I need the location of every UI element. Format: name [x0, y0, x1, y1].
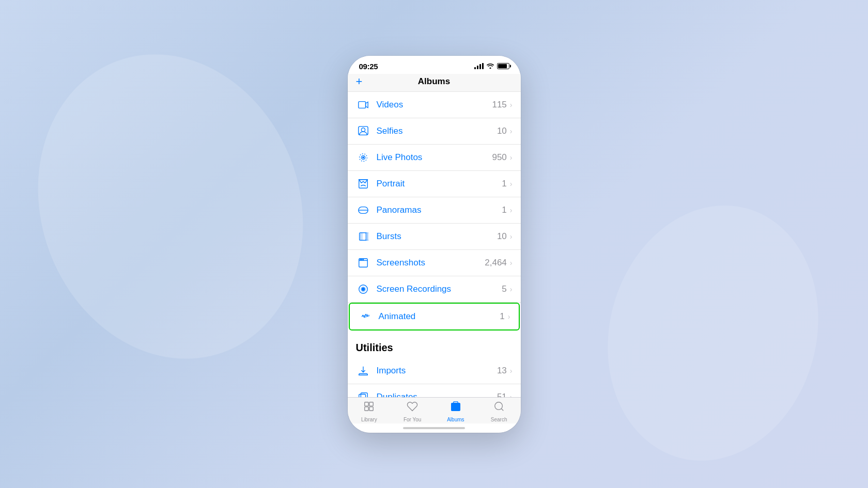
- battery-icon: [497, 63, 509, 69]
- list-item-panoramas[interactable]: Panoramas 1 ›: [348, 197, 521, 224]
- list-item-videos[interactable]: Videos 115 ›: [348, 92, 521, 118]
- portrait-icon: [356, 177, 370, 191]
- tab-for-you[interactable]: For You: [391, 401, 434, 422]
- imports-icon: [356, 364, 370, 378]
- screen-recordings-count: 5: [502, 284, 506, 294]
- bursts-chevron: ›: [510, 232, 513, 241]
- selfie-icon: [356, 124, 370, 138]
- svg-line-28: [501, 408, 503, 411]
- library-tab-icon: [363, 401, 375, 415]
- svg-rect-18: [359, 394, 365, 397]
- svg-point-12: [360, 259, 360, 259]
- panoramas-label: Panoramas: [377, 205, 502, 215]
- tab-library[interactable]: Library: [348, 401, 391, 422]
- nav-title: Albums: [418, 76, 450, 87]
- svg-point-14: [363, 259, 363, 259]
- wifi-icon: [486, 62, 494, 70]
- svg-rect-9: [361, 232, 367, 240]
- svg-point-1: [361, 128, 365, 131]
- animated-count: 1: [500, 311, 504, 322]
- videos-chevron: ›: [510, 101, 513, 109]
- screenshots-label: Screenshots: [377, 258, 485, 268]
- add-album-button[interactable]: +: [356, 76, 363, 87]
- imports-chevron: ›: [510, 367, 513, 375]
- screenshots-count: 2,464: [485, 258, 507, 268]
- utilities-header: Utilities: [348, 330, 521, 358]
- status-bar: 09:25: [348, 56, 521, 74]
- panoramas-count: 1: [502, 205, 506, 215]
- imports-label: Imports: [377, 366, 497, 376]
- panoramas-chevron: ›: [510, 206, 513, 214]
- utilities-section: Utilities Imports 13 ›: [348, 330, 521, 397]
- tab-albums[interactable]: Albums: [434, 401, 477, 422]
- status-time: 09:25: [359, 62, 378, 71]
- list-item-live-photos[interactable]: Live Photos 950 ›: [348, 145, 521, 171]
- bursts-count: 10: [497, 231, 507, 242]
- list-item-animated[interactable]: Animated 1 ›: [349, 303, 520, 330]
- screenshots-chevron: ›: [510, 259, 513, 267]
- duplicates-count: 51: [497, 392, 507, 397]
- burst-icon: [356, 229, 370, 244]
- screen-recording-icon: [356, 282, 370, 296]
- for-you-tab-label: For You: [404, 417, 421, 422]
- svg-rect-0: [358, 101, 365, 108]
- content-area: Videos 115 › Selfies 10 ›: [348, 92, 521, 397]
- panorama-icon: [356, 203, 370, 217]
- live-photos-chevron: ›: [510, 153, 513, 162]
- svg-rect-8: [359, 232, 366, 240]
- bursts-label: Bursts: [377, 231, 497, 242]
- portrait-count: 1: [502, 179, 506, 189]
- svg-point-17: [362, 288, 365, 291]
- selfies-label: Selfies: [377, 126, 497, 136]
- screen-recordings-chevron: ›: [510, 285, 513, 293]
- search-tab-icon: [493, 401, 505, 415]
- phone-frame: 09:25 + Albums: [348, 56, 521, 433]
- animated-chevron: ›: [508, 312, 510, 321]
- home-indicator: [348, 423, 521, 433]
- list-item-bursts[interactable]: Bursts 10 ›: [348, 224, 521, 250]
- svg-rect-24: [369, 406, 373, 410]
- live-photos-label: Live Photos: [377, 152, 492, 163]
- nav-bar: + Albums: [348, 74, 521, 92]
- svg-rect-19: [361, 392, 367, 397]
- signal-icon: [474, 63, 484, 69]
- list-item-imports[interactable]: Imports 13 ›: [348, 358, 521, 384]
- videos-label: Videos: [377, 100, 492, 110]
- home-bar: [403, 427, 465, 429]
- svg-rect-25: [452, 403, 460, 411]
- duplicates-icon: [356, 390, 370, 397]
- duplicates-label: Duplicates: [377, 392, 497, 397]
- live-photos-count: 950: [492, 152, 506, 163]
- svg-rect-23: [365, 406, 368, 410]
- albums-tab-label: Albums: [447, 417, 464, 422]
- duplicates-chevron: ›: [510, 393, 513, 397]
- animated-icon: [358, 309, 373, 324]
- svg-point-27: [494, 402, 502, 410]
- svg-rect-10: [362, 232, 369, 240]
- media-types-list: Videos 115 › Selfies 10 ›: [348, 92, 521, 330]
- selfies-chevron: ›: [510, 127, 513, 135]
- animated-label: Animated: [379, 311, 500, 322]
- svg-rect-21: [365, 402, 368, 405]
- search-tab-label: Search: [491, 417, 507, 422]
- tab-bar: Library For You Albums: [348, 397, 521, 423]
- albums-tab-icon: [450, 401, 461, 415]
- svg-point-5: [362, 156, 364, 158]
- list-item-portrait[interactable]: Portrait 1 ›: [348, 171, 521, 197]
- live-photos-icon: [356, 150, 370, 165]
- list-item-screenshots[interactable]: Screenshots 2,464 ›: [348, 250, 521, 276]
- tab-search[interactable]: Search: [477, 401, 521, 422]
- list-item-screen-recordings[interactable]: Screen Recordings 5 ›: [348, 276, 521, 303]
- for-you-tab-icon: [407, 401, 418, 415]
- video-icon: [356, 98, 370, 112]
- list-item-duplicates[interactable]: Duplicates 51 ›: [348, 384, 521, 397]
- status-icons: [474, 62, 509, 70]
- screen-recordings-label: Screen Recordings: [377, 284, 502, 294]
- svg-rect-22: [369, 402, 373, 405]
- portrait-chevron: ›: [510, 180, 513, 188]
- screenshot-icon: [356, 256, 370, 270]
- library-tab-label: Library: [361, 417, 377, 422]
- list-item-selfies[interactable]: Selfies 10 ›: [348, 118, 521, 145]
- imports-count: 13: [497, 366, 507, 376]
- svg-point-13: [361, 259, 362, 259]
